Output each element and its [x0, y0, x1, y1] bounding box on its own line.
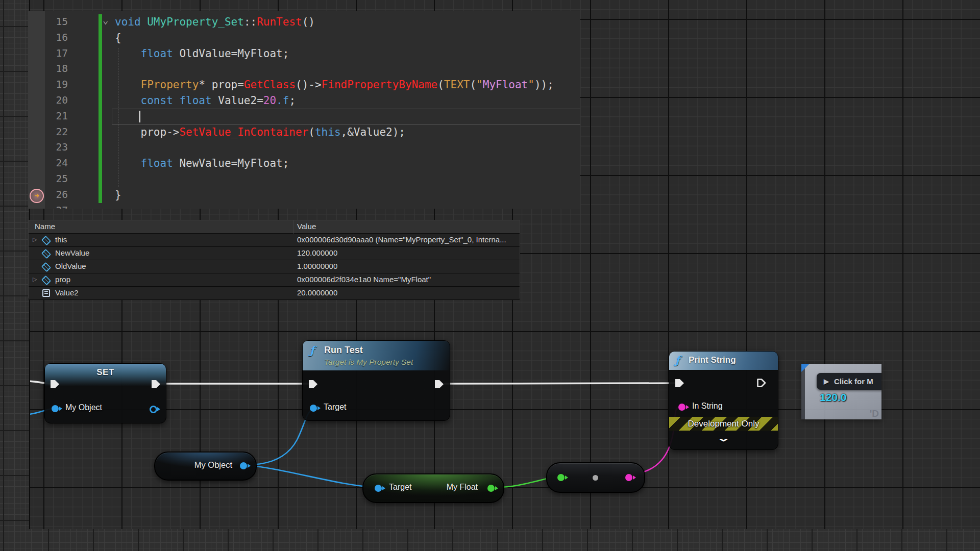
code-line-18[interactable]: 18 [28, 61, 580, 77]
variable-value: 0x000006d30d90aaa0 (Name="MyProperty_Set… [297, 235, 506, 244]
line-number: 27 [46, 203, 68, 209]
node-set-my-object[interactable]: SET My Object [44, 363, 166, 423]
code-editor[interactable]: 15⌄void UMyProperty_Set::RunTest()16{17 … [28, 11, 580, 209]
column-header-value[interactable]: Value [297, 222, 316, 231]
code-text: float OldValue=MyFloat; [115, 46, 289, 62]
object-box-icon [41, 236, 51, 245]
debug-watch-value: 120.0 [820, 391, 847, 404]
code-line-26[interactable]: 26➜} [28, 187, 580, 203]
object-output-pin[interactable] [150, 406, 157, 413]
code-text: } [115, 187, 121, 203]
string-output-pin[interactable] [625, 474, 632, 481]
in-string-pin-label: In String [692, 402, 723, 411]
run-test-subtitle: Target is My Property Set [324, 358, 413, 367]
object-box-icon [41, 276, 51, 285]
code-line-21[interactable]: 21 [28, 109, 580, 124]
float-input-pin[interactable] [557, 474, 565, 481]
code-line-24[interactable]: 24 float NewValue=MyFloat; [28, 156, 580, 171]
development-only-label: Development Only [688, 419, 760, 429]
in-string-input-pin[interactable] [678, 404, 685, 411]
code-line-17[interactable]: 17 float OldValue=MyFloat; [28, 46, 580, 62]
code-line-22[interactable]: 22 prop->SetValue_InContainer(this,&Valu… [28, 124, 580, 140]
line-number: 20 [46, 93, 68, 109]
variable-value: 120.000000 [297, 248, 337, 257]
variable-value: 0x000006d2f034e1a0 Name="MyFloat" [297, 275, 431, 284]
node-get-my-float[interactable]: Target My Float [362, 473, 504, 503]
watch-row-Value2[interactable]: Value220.0000000 [29, 287, 520, 300]
value-struct-icon [42, 289, 50, 297]
function-icon: ƒ [675, 354, 680, 366]
text-caret [139, 111, 140, 122]
code-text: const float Value2=20.f; [115, 93, 296, 109]
code-line-19[interactable]: 19 FProperty* prop=GetClass()->FindPrope… [28, 77, 580, 93]
node-run-test[interactable]: ƒ Run Test Target is My Property Set Tar… [302, 340, 450, 421]
node-print-string[interactable]: ƒ Print String In String Development Onl… [669, 351, 778, 450]
watch-header-row: Name Value [29, 220, 520, 234]
expand-chevron-icon[interactable]: ⌄ [631, 432, 816, 444]
code-text: float NewValue=MyFloat; [115, 156, 289, 171]
line-number: 16 [46, 30, 68, 46]
exec-out-pin[interactable] [435, 380, 444, 388]
code-line-16[interactable]: 16{ [28, 30, 580, 46]
line-number: 19 [46, 77, 68, 93]
object-input-pin[interactable] [52, 405, 59, 412]
function-icon: ƒ [310, 344, 314, 357]
code-lines: 15⌄void UMyProperty_Set::RunTest()16{17 … [28, 14, 580, 209]
click-for-more-button[interactable]: ▶ Click for M [817, 373, 881, 390]
current-statement-arrow-icon[interactable]: ➜ [30, 189, 44, 203]
line-number: 25 [46, 171, 68, 187]
watch-row-this[interactable]: ▷this0x000006d30d90aaa0 (Name="MyPropert… [29, 234, 520, 247]
column-header-name[interactable]: Name [35, 222, 55, 231]
float-output-pin[interactable] [487, 485, 495, 492]
line-number: 18 [46, 61, 68, 77]
set-node-title: SET [45, 367, 166, 378]
watch-row-OldValue[interactable]: OldValue1.00000000 [29, 260, 520, 273]
code-line-23[interactable]: 23 [28, 140, 580, 156]
variable-name: prop [55, 275, 70, 284]
target-label: Target [389, 483, 411, 492]
code-text: prop->SetValue_InContainer(this,&Value2)… [115, 124, 405, 140]
target-input-pin[interactable] [375, 485, 382, 492]
variable-name: Value2 [55, 288, 79, 297]
my-object-label: My Object [194, 460, 232, 470]
expand-arrow-icon[interactable]: ▷ [33, 276, 37, 283]
run-test-title: Run Test [324, 345, 363, 356]
variable-name: this [55, 235, 67, 244]
debug-value-popup[interactable]: ▶ Click for M 120.0 'D [801, 364, 881, 419]
wire-myobject-to-myfloat-target [242, 465, 375, 487]
watch-row-NewValue[interactable]: NewValue120.000000 [29, 247, 520, 260]
exec-in-pin[interactable] [309, 380, 317, 388]
variable-name: NewValue [55, 248, 89, 257]
watch-row-prop[interactable]: ▷prop0x000006d2f034e1a0 Name="MyFloat" [29, 273, 520, 287]
code-line-20[interactable]: 20 const float Value2=20.f; [28, 93, 580, 109]
node-float-to-string-convert[interactable] [546, 462, 645, 493]
code-line-25[interactable]: 25 [28, 171, 580, 187]
fold-chevron-icon[interactable]: ⌄ [103, 12, 108, 28]
exec-in-pin[interactable] [675, 379, 684, 387]
target-pin-label: Target [324, 403, 346, 412]
object-box-icon [41, 262, 51, 272]
exec-out-pin[interactable] [756, 378, 767, 388]
object-output-pin[interactable] [240, 462, 247, 469]
code-line-15[interactable]: 15⌄void UMyProperty_Set::RunTest() [28, 14, 580, 30]
watch-rows: ▷this0x000006d30d90aaa0 (Name="MyPropert… [29, 234, 520, 300]
line-number: 26 [46, 187, 68, 203]
development-only-banner: Development Only [669, 417, 778, 431]
code-line-27[interactable]: 27 [28, 203, 580, 209]
expand-arrow-icon[interactable]: ▷ [33, 236, 37, 243]
code-text: FProperty* prop=GetClass()->FindProperty… [115, 77, 554, 93]
my-float-label: My Float [447, 483, 478, 492]
print-string-title: Print String [689, 355, 736, 365]
popup-watermark: 'D [870, 408, 879, 419]
line-number: 24 [46, 156, 68, 171]
line-number: 22 [46, 124, 68, 140]
watch-panel[interactable]: Name Value ▷this0x000006d30d90aaa0 (Name… [28, 220, 520, 298]
line-number: 15 [46, 14, 68, 30]
line-number: 23 [46, 140, 68, 156]
collapsed-node-dot-icon [593, 475, 598, 481]
code-text: { [115, 30, 121, 46]
object-box-icon [41, 249, 51, 259]
play-icon: ▶ [824, 378, 829, 385]
target-input-pin[interactable] [310, 405, 317, 412]
node-get-my-object[interactable]: My Object [154, 452, 257, 481]
